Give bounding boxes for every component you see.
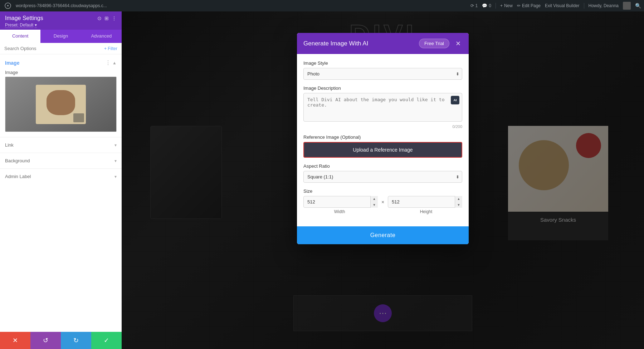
width-input[interactable] bbox=[303, 196, 378, 208]
separator bbox=[496, 3, 496, 9]
image-style-group: Image Style Photo ⬍ bbox=[303, 60, 462, 80]
circle-count[interactable]: ⟳ 1 bbox=[470, 3, 478, 8]
link-section-header[interactable]: Link ▾ bbox=[0, 137, 122, 153]
search-input[interactable] bbox=[4, 46, 101, 51]
height-down-button[interactable]: ▼ bbox=[455, 202, 462, 208]
char-count: 0/200 bbox=[303, 124, 462, 129]
size-label-spacer bbox=[379, 209, 386, 214]
tab-advanced[interactable]: Advanced bbox=[81, 30, 122, 43]
modal-close-button[interactable]: ✕ bbox=[454, 39, 462, 48]
aspect-ratio-label: Aspect Ratio bbox=[303, 163, 462, 169]
bottom-bar: ✕ ↺ ↻ ✓ bbox=[0, 332, 122, 349]
panel-header: Image Settings ⊙ ⊞ ⋮ Preset: Default ▾ bbox=[0, 11, 122, 30]
height-input[interactable] bbox=[388, 196, 462, 208]
link-chevron[interactable]: ▾ bbox=[114, 143, 117, 148]
ai-generate-modal: Generate Image With AI Free Trial ✕ Imag… bbox=[297, 33, 469, 244]
background-section-title: Background bbox=[5, 158, 114, 163]
upload-reference-button[interactable]: Upload a Reference Image bbox=[303, 142, 462, 158]
panel-title-text: Image Settings bbox=[5, 15, 43, 21]
howdy-text: Howdy, Deanna bbox=[589, 3, 619, 8]
admin-label-section-header[interactable]: Admin Label ▾ bbox=[0, 169, 122, 184]
comment-count[interactable]: 💬 0 bbox=[482, 3, 491, 8]
svg-point-1 bbox=[7, 5, 9, 6]
panel-tabs: Content Design Advanced bbox=[0, 30, 122, 43]
image-style-select-wrapper: Photo ⬍ bbox=[303, 68, 462, 80]
modal-overlay: Generate Image With AI Free Trial ✕ Imag… bbox=[122, 11, 644, 349]
exit-builder-link[interactable]: Exit Visual Builder bbox=[545, 3, 580, 8]
textarea-wrapper: AI bbox=[303, 93, 462, 123]
image-section-chevron[interactable]: ▲ bbox=[112, 60, 117, 65]
panel-preset[interactable]: Preset: Default ▾ bbox=[5, 23, 117, 28]
background-section-header[interactable]: Background ▾ bbox=[0, 153, 122, 168]
main-content-area: DIVI BAKERY Savory Snacks ⋯ Generate Ima… bbox=[122, 11, 644, 349]
more-icon[interactable]: ⋮ bbox=[112, 15, 117, 21]
filter-button[interactable]: + Filter bbox=[104, 46, 117, 51]
separator2 bbox=[584, 3, 584, 9]
image-preview bbox=[5, 77, 117, 132]
link-section: Link ▾ bbox=[0, 137, 122, 153]
width-label: Width bbox=[303, 209, 376, 214]
aspect-ratio-select[interactable]: Square (1:1) bbox=[303, 171, 462, 183]
admin-bar: wordpress-784896-3766464.cloudwaysapps.c… bbox=[0, 0, 644, 11]
generate-button[interactable]: Generate bbox=[297, 226, 469, 244]
admin-bar-actions: ⟳ 1 💬 0 + New ✏ Edit Page Exit Visual Bu… bbox=[470, 2, 641, 10]
background-section: Background ▾ bbox=[0, 153, 122, 168]
image-description-textarea[interactable] bbox=[303, 93, 462, 122]
height-up-button[interactable]: ▲ bbox=[455, 196, 462, 202]
undo-button[interactable]: ↺ bbox=[30, 332, 61, 349]
food-shape bbox=[47, 90, 75, 115]
image-label: Image bbox=[0, 70, 122, 77]
tab-content[interactable]: Content bbox=[0, 30, 40, 43]
size-row: ▲ ▼ × ▲ ▼ bbox=[303, 196, 462, 208]
image-style-select[interactable]: Photo bbox=[303, 68, 462, 80]
admin-label-section: Admin Label ▾ bbox=[0, 168, 122, 184]
reference-image-label: Reference Image (Optional) bbox=[303, 134, 462, 140]
edit-page-link[interactable]: ✏ Edit Page bbox=[517, 3, 541, 8]
tab-design[interactable]: Design bbox=[40, 30, 81, 43]
admin-label-chevron[interactable]: ▾ bbox=[114, 174, 117, 179]
reference-image-group: Reference Image (Optional) Upload a Refe… bbox=[303, 134, 462, 158]
height-input-wrap: ▲ ▼ bbox=[388, 196, 462, 208]
image-description-group: Image Description AI 0/200 bbox=[303, 85, 462, 129]
layout-icon[interactable]: ⊞ bbox=[104, 15, 109, 21]
panel-content: Image ⋮ ▲ Image Link ▾ bbox=[0, 54, 122, 334]
image-style-label: Image Style bbox=[303, 60, 462, 66]
image-section-more[interactable]: ⋮ bbox=[105, 59, 111, 66]
wordpress-logo[interactable] bbox=[3, 1, 13, 11]
size-labels-row: Width Height bbox=[303, 209, 462, 214]
aspect-ratio-group: Aspect Ratio Square (1:1) ⬍ bbox=[303, 163, 462, 183]
link-section-title: Link bbox=[5, 142, 114, 148]
image-section-header[interactable]: Image ⋮ ▲ bbox=[0, 54, 122, 70]
free-trial-badge[interactable]: Free Trial bbox=[419, 39, 449, 48]
left-panel: Image Settings ⊙ ⊞ ⋮ Preset: Default ▾ C… bbox=[0, 11, 122, 349]
height-label: Height bbox=[390, 209, 462, 214]
width-down-button[interactable]: ▼ bbox=[371, 202, 378, 208]
background-chevron[interactable]: ▾ bbox=[114, 158, 117, 163]
modal-header: Generate Image With AI Free Trial ✕ bbox=[297, 33, 469, 54]
food-detail bbox=[73, 113, 84, 122]
ai-icon[interactable]: AI bbox=[451, 96, 459, 104]
cancel-button[interactable]: ✕ bbox=[0, 332, 30, 349]
search-icon[interactable]: 🔍 bbox=[635, 3, 641, 9]
admin-label-section-title: Admin Label bbox=[5, 174, 114, 179]
panel-title-row: Image Settings ⊙ ⊞ ⋮ bbox=[5, 15, 117, 21]
size-label: Size bbox=[303, 188, 462, 194]
panel-search-bar: + Filter bbox=[0, 43, 122, 54]
panel-title-icons: ⊙ ⊞ ⋮ bbox=[97, 15, 117, 21]
modal-footer: Generate bbox=[297, 226, 469, 244]
aspect-ratio-select-wrapper: Square (1:1) ⬍ bbox=[303, 171, 462, 183]
save-button[interactable]: ✓ bbox=[91, 332, 122, 349]
site-url: wordpress-784896-3766464.cloudwaysapps.c… bbox=[16, 3, 468, 8]
modal-title: Generate Image With AI bbox=[303, 40, 419, 47]
width-up-button[interactable]: ▲ bbox=[371, 196, 378, 202]
size-group: Size ▲ ▼ × ▲ bbox=[303, 188, 462, 214]
modal-body: Image Style Photo ⬍ Image Description AI bbox=[297, 54, 469, 226]
redo-button[interactable]: ↻ bbox=[61, 332, 91, 349]
new-link[interactable]: + New bbox=[500, 3, 513, 8]
height-spinners: ▲ ▼ bbox=[455, 196, 462, 208]
food-thumbnail bbox=[36, 85, 86, 124]
focus-icon[interactable]: ⊙ bbox=[97, 15, 102, 21]
image-section-title: Image bbox=[5, 60, 105, 66]
width-input-wrap: ▲ ▼ bbox=[303, 196, 378, 208]
image-preview-inner bbox=[5, 77, 116, 132]
